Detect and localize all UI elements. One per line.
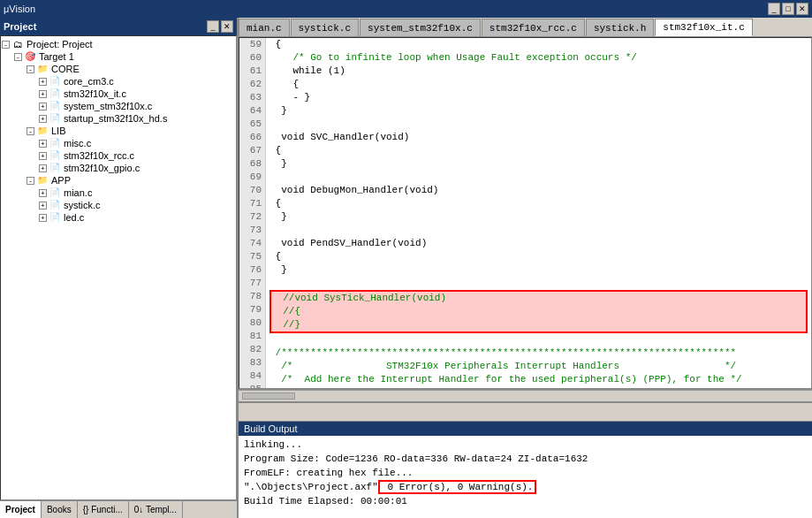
code-content[interactable]: { /* Go to infinite loop when Usage Faul… [266,38,811,388]
code-line-78: //void SysTick_Handler(void) [271,292,806,305]
code-line-64: } [269,104,808,118]
tree-item-stm32f10x_it[interactable]: +📄stm32f10x_it.c [1,88,236,100]
left-bottom-tab-project[interactable]: Project [0,501,42,518]
code-line-68: } [269,157,808,171]
tab-systickh[interactable]: systick.h [586,19,654,36]
title-bar: μVision _ □ ✕ [0,0,812,18]
horizontal-scrollbar[interactable] [239,389,812,401]
code-line-81 [269,333,808,347]
project-panel-title: Project [4,21,36,32]
build-line-0: linking... [244,438,807,452]
build-line-4: Build Time Elapsed: 00:00:01 [244,494,807,508]
tree-item-misc[interactable]: +📄misc.c [1,137,236,149]
tree-item-lib[interactable]: -📁LIB [1,125,236,137]
left-bottom-tab-books[interactable]: Books [42,501,78,518]
tree-item-stm32f10x_rcc[interactable]: +📄stm32f10x_rcc.c [1,149,236,162]
code-line-84: /* Add here the Interrupt Handler for th… [269,373,808,386]
code-area[interactable]: 5960616263646566676869707172737475767778… [239,37,812,389]
close-button[interactable]: ✕ [796,3,808,15]
tree-item-mian[interactable]: +📄mian.c [1,187,236,199]
tab-systickc[interactable]: systick.c [291,19,359,36]
tab-systemstm32f10xc[interactable]: system_stm32f10x.c [360,19,481,36]
build-output-content: linking...Program Size: Code=1236 RO-dat… [239,436,812,514]
code-line-76: } [269,263,808,277]
line-numbers: 5960616263646566676869707172737475767778… [239,38,266,388]
code-line-75: { [269,250,808,263]
code-line-66: void SVC_Handler(void) [269,131,808,144]
tree-item-target1[interactable]: -🎯Target 1 [1,50,236,63]
maximize-button[interactable]: □ [782,3,794,15]
build-output-header: Build Output [239,422,812,436]
code-line-74: void PendSV_Handler(void) [269,237,808,250]
build-line-1: Program Size: Code=1236 RO-data=336 RW-d… [244,452,807,466]
code-line-71: { [269,197,808,210]
code-line-85: /* available peripheral interrupt handle… [269,386,808,388]
minimize-button[interactable]: _ [768,3,780,15]
left-bottom-tab-functi[interactable]: {} Functi... [78,501,129,518]
systick-highlight-box: //void SysTick_Handler(void) //{ //} [269,290,808,333]
tab-mianc[interactable]: mian.c [239,19,290,36]
tree-item-startup[interactable]: +📄startup_stm32f10x_hd.s [1,112,236,125]
title-bar-text: μVision [4,4,35,14]
code-line-65 [269,118,808,131]
build-line-3: ".\Objects\Project.axf" 0 Error(s), 0 Wa… [244,480,807,494]
project-tree: -🗂Project: Project-🎯Target 1-📁CORE+📄core… [0,35,237,500]
tab-bar: mian.csystick.csystem_stm32f10x.cstm32f1… [239,18,812,37]
tree-item-systick[interactable]: +📄systick.c [1,199,236,211]
code-line-82: /***************************************… [269,347,808,360]
code-line-69 [269,171,808,184]
code-line-79: //{ [271,305,806,318]
tree-item-led[interactable]: +📄led.c [1,211,236,224]
code-line-60: /* Go to infinite loop when Usage Fault … [269,51,808,65]
build-line-2: FromELF: creating hex file... [244,466,807,480]
tab-stm32f10xitc[interactable]: stm32f10x_it.c [655,19,752,36]
code-line-72: } [269,210,808,224]
tree-item-project-root[interactable]: -🗂Project: Project [1,38,236,50]
panel-close-button[interactable]: ✕ [221,20,233,33]
panel-minimize-button[interactable]: _ [207,20,219,33]
code-line-62: { [269,78,808,91]
tree-item-stm32f10x_gpio[interactable]: +📄stm32f10x_gpio.c [1,162,236,174]
code-line-70: void DebugMon_Handler(void) [269,184,808,197]
code-line-73 [269,224,808,237]
code-line-63: - } [269,91,808,104]
code-line-67: { [269,144,808,157]
bottom-panel-tabs [239,401,812,421]
tree-item-system_stm32f10x[interactable]: +📄system_stm32f10x.c [1,100,236,112]
code-line-77 [269,277,808,290]
tree-item-core[interactable]: -📁CORE [1,63,236,75]
project-panel-header: Project _ ✕ [0,18,237,35]
tab-stm32f10xrccc[interactable]: stm32f10x_rcc.c [482,19,585,36]
tree-item-app[interactable]: -📁APP [1,174,236,187]
code-line-59: { [269,38,808,51]
left-bottom-tab-0templ[interactable]: 0↓ Templ... [129,501,183,518]
build-output-panel: Build Output linking...Program Size: Cod… [239,421,812,518]
error-box: 0 Error(s), 0 Warning(s). [378,480,537,494]
code-line-61: while (1) [269,65,808,78]
code-line-83: /* STM32F10x Peripherals Interrupt Handl… [269,360,808,373]
tree-item-core_cm3[interactable]: +📄core_cm3.c [1,75,236,88]
code-line-80: //} [271,318,806,331]
